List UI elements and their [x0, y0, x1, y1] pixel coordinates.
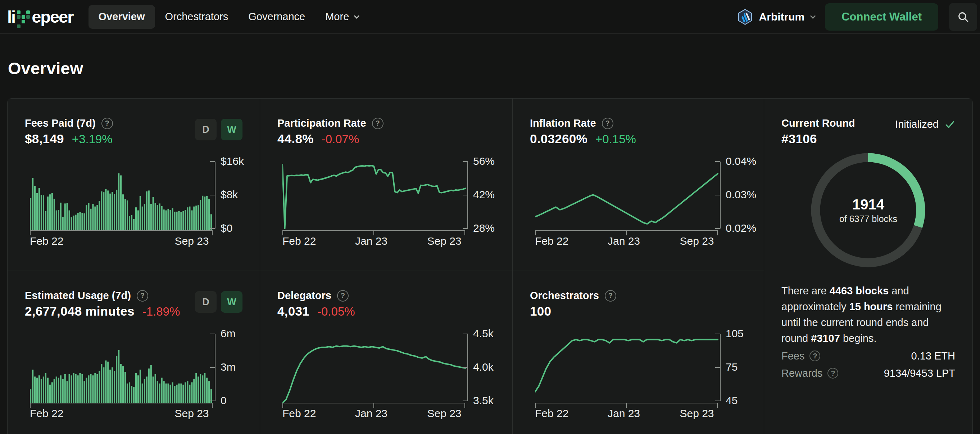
- round-blocks-total: of 6377 blocks: [764, 214, 972, 224]
- card-delegators: Delegators ? 4,031 -0.05% 4.5k4.0k3.5kFe…: [260, 271, 513, 434]
- orchestrators-value: 100: [530, 304, 551, 319]
- svg-text:6m: 6m: [221, 327, 235, 339]
- svg-text:45: 45: [725, 394, 738, 406]
- overview-cards-panel: Fees Paid (7d) ? $8,149 +3.19% D W $16k$…: [7, 98, 973, 434]
- svg-text:$8k: $8k: [221, 188, 238, 201]
- delegators-chart[interactable]: 4.5k4.0k3.5kFeb 22Jan 23Sep 23: [282, 325, 514, 420]
- participation-chart[interactable]: 56%42%28%Feb 22Jan 23Sep 23: [282, 153, 514, 247]
- logo-text-left: li: [7, 7, 15, 27]
- period-toggle: D W: [195, 119, 242, 140]
- chevron-down-icon: [354, 13, 360, 19]
- svg-text:Feb 22: Feb 22: [535, 407, 568, 419]
- card-orchestrators: Orchestrators ? 100 1057545Feb 22Jan 23S…: [513, 271, 764, 434]
- fees-paid-change: +3.19%: [72, 132, 113, 146]
- fees-paid-chart[interactable]: $16k$8k$0Feb 22Sep 23: [30, 153, 262, 247]
- svg-text:$0: $0: [221, 222, 232, 234]
- svg-text:4.5k: 4.5k: [473, 327, 494, 339]
- check-icon: [944, 119, 955, 130]
- help-icon[interactable]: ?: [602, 118, 613, 129]
- round-fees-row: Fees? 0.13 ETH: [781, 348, 955, 364]
- svg-text:Sep 23: Sep 23: [427, 407, 461, 419]
- svg-text:0: 0: [221, 394, 227, 406]
- help-icon[interactable]: ?: [827, 368, 838, 378]
- logo-text-right: epeer: [32, 7, 73, 27]
- card-participation-rate: Participation Rate ? 44.8% -0.07% 56%42%…: [260, 99, 513, 271]
- round-rewards-value: 9134/9453 LPT: [884, 367, 955, 379]
- card-inflation-rate: Inflation Rate ? 0.03260% +0.15% 0.04%0.…: [513, 99, 764, 271]
- svg-text:Feb 22: Feb 22: [535, 235, 568, 247]
- fees-paid-value: $8,149: [25, 132, 64, 146]
- svg-text:Feb 22: Feb 22: [282, 235, 316, 247]
- card-title: Current Round: [781, 117, 855, 129]
- card-title: Inflation Rate: [530, 117, 596, 129]
- round-number: #3106: [781, 132, 817, 146]
- card-fees-paid: Fees Paid (7d) ? $8,149 +3.19% D W $16k$…: [8, 99, 260, 271]
- card-estimated-usage: Estimated Usage (7d) ? 2,677,048 minutes…: [8, 271, 260, 434]
- top-nav: li epeer Overview Orchestrators Governan…: [0, 0, 980, 34]
- toggle-day-button[interactable]: D: [195, 119, 216, 140]
- round-fees-label: Fees: [781, 350, 805, 362]
- nav-item-overview[interactable]: Overview: [89, 5, 155, 29]
- svg-text:Sep 23: Sep 23: [175, 407, 208, 419]
- help-icon[interactable]: ?: [605, 290, 616, 302]
- help-icon[interactable]: ?: [137, 290, 148, 302]
- chevron-down-icon: [810, 13, 816, 19]
- help-icon[interactable]: ?: [337, 290, 348, 302]
- toggle-day-button[interactable]: D: [195, 291, 216, 313]
- main-nav: Overview Orchestrators Governance More: [89, 5, 368, 29]
- round-blocks-done: 1914: [764, 196, 972, 213]
- nav-item-orchestrators[interactable]: Orchestrators: [155, 5, 239, 29]
- participation-change: -0.07%: [321, 132, 360, 146]
- nav-item-more[interactable]: More: [315, 5, 368, 29]
- svg-text:0.02%: 0.02%: [725, 222, 756, 234]
- round-description: There are 4463 blocks and approximately …: [781, 283, 957, 346]
- usage-chart[interactable]: 6m3m0Feb 22Sep 23: [30, 325, 262, 420]
- connect-wallet-button[interactable]: Connect Wallet: [825, 3, 938, 30]
- round-status-label: Initialized: [895, 118, 939, 130]
- orchestrators-chart[interactable]: 1057545Feb 22Jan 23Sep 23: [535, 325, 767, 420]
- usage-change: -1.89%: [142, 305, 180, 319]
- card-title: Estimated Usage (7d): [25, 290, 131, 302]
- round-fees-value: 0.13 ETH: [911, 350, 956, 362]
- round-status: Initialized: [895, 118, 955, 130]
- delegators-change: -0.05%: [317, 305, 355, 319]
- svg-text:Feb 22: Feb 22: [282, 407, 316, 419]
- inflation-chart[interactable]: 0.04%0.03%0.02%Feb 22Jan 23Sep 23: [535, 153, 767, 247]
- participation-value: 44.8%: [277, 132, 314, 146]
- svg-text:0.03%: 0.03%: [725, 188, 756, 201]
- svg-text:56%: 56%: [473, 155, 495, 167]
- help-icon[interactable]: ?: [102, 118, 113, 129]
- arbitrum-icon: [737, 9, 753, 25]
- svg-text:0.04%: 0.04%: [725, 155, 756, 167]
- help-icon[interactable]: ?: [372, 118, 383, 129]
- search-button[interactable]: [949, 3, 977, 31]
- page-title: Overview: [8, 58, 83, 78]
- svg-text:$16k: $16k: [221, 155, 244, 167]
- svg-text:Jan 23: Jan 23: [608, 235, 640, 247]
- round-rewards-row: Rewards? 9134/9453 LPT: [781, 365, 955, 381]
- card-current-round: Current Round #3106 Initialized 1914 of …: [764, 99, 972, 434]
- svg-text:3.5k: 3.5k: [473, 394, 494, 406]
- card-title: Orchestrators: [530, 290, 599, 302]
- inflation-change: +0.15%: [595, 132, 636, 146]
- period-toggle: D W: [195, 291, 242, 313]
- svg-text:Sep 23: Sep 23: [679, 407, 714, 419]
- svg-text:4.0k: 4.0k: [473, 361, 494, 373]
- nav-item-governance[interactable]: Governance: [238, 5, 315, 29]
- help-icon[interactable]: ?: [810, 351, 820, 361]
- logo-v-dots-icon: [17, 10, 30, 28]
- svg-text:Jan 23: Jan 23: [608, 407, 640, 419]
- svg-text:Jan 23: Jan 23: [355, 235, 387, 247]
- svg-text:28%: 28%: [473, 222, 495, 234]
- search-icon: [957, 11, 969, 23]
- usage-value: 2,677,048 minutes: [25, 304, 135, 319]
- toggle-week-button[interactable]: W: [221, 291, 242, 313]
- network-selector[interactable]: Arbitrum: [737, 9, 815, 25]
- delegators-value: 4,031: [277, 304, 309, 319]
- network-label: Arbitrum: [759, 11, 805, 23]
- inflation-value: 0.03260%: [530, 132, 587, 146]
- livepeer-logo[interactable]: li epeer: [7, 5, 73, 28]
- toggle-week-button[interactable]: W: [221, 119, 242, 140]
- card-title: Participation Rate: [277, 117, 366, 129]
- svg-text:3m: 3m: [221, 361, 235, 373]
